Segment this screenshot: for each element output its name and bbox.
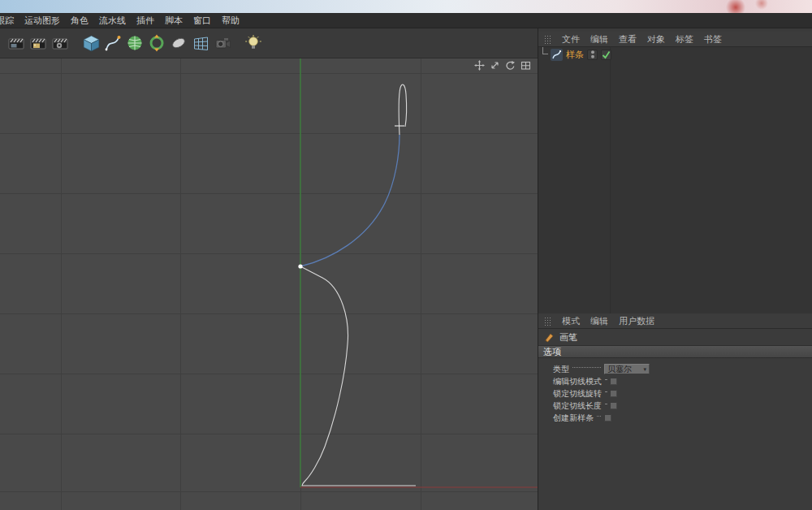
render-picture-viewer-icon[interactable]: [28, 32, 49, 54]
pen-tool-icon: [543, 331, 555, 343]
enabled-check-icon[interactable]: [601, 50, 611, 60]
toolbar: [0, 28, 538, 58]
viewport-canvas[interactable]: [0, 58, 538, 510]
spline-selected-segment[interactable]: [300, 135, 400, 266]
om-menu-objects[interactable]: 对象: [647, 33, 665, 45]
toggle-views-icon[interactable]: [520, 60, 531, 71]
om-column-divider: [610, 47, 611, 313]
menu-item-window[interactable]: 窗口: [193, 15, 211, 27]
om-menu-file[interactable]: 文件: [562, 33, 580, 45]
object-manager-menubar: 文件 编辑 查看 对象 标签 书签: [538, 32, 812, 47]
pan-icon[interactable]: [474, 60, 485, 71]
edit-tangent-mode-checkbox[interactable]: [610, 378, 617, 385]
options-section-header[interactable]: 选项: [538, 345, 812, 358]
attr-row-create-new-spline: 创建新样条: [538, 412, 812, 424]
hierarchy-connector: [542, 47, 548, 54]
attribute-manager-menubar: 模式 编辑 用户数据: [538, 313, 812, 329]
menu-item-character[interactable]: 角色: [71, 15, 89, 27]
menu-item-mograph[interactable]: 运动图形: [24, 15, 60, 27]
om-menu-bookmarks[interactable]: 书签: [704, 33, 722, 45]
menu-item-script[interactable]: 脚本: [165, 15, 183, 27]
c4d-window: 跟踪 运动图形 角色 流水线 插件 脚本 窗口 帮助: [0, 0, 812, 510]
spline-point[interactable]: [298, 264, 302, 268]
spline-pen-icon[interactable]: [102, 32, 123, 54]
menu-item-plugins[interactable]: 插件: [136, 15, 154, 27]
object-manager[interactable]: 样条: [538, 47, 812, 313]
dot-leader: [605, 404, 607, 404]
create-new-spline-label: 创建新样条: [553, 413, 594, 424]
type-label: 类型: [553, 364, 569, 375]
desktop-wallpaper: [0, 0, 812, 13]
dot-leader: [605, 379, 607, 380]
cube-primitive-icon[interactable]: [80, 32, 102, 54]
type-select-value: 贝塞尔: [607, 364, 632, 375]
light-icon[interactable]: [243, 32, 264, 54]
lock-tangent-rotation-label: 锁定切线旋转: [553, 388, 602, 400]
lock-tangent-length-checkbox[interactable]: [610, 402, 617, 409]
om-menu-tags[interactable]: 标签: [676, 33, 693, 45]
rotate-icon[interactable]: [505, 60, 516, 71]
render-view-icon[interactable]: [6, 32, 27, 54]
am-menu-userdata[interactable]: 用户数据: [619, 315, 654, 327]
om-menu-edit[interactable]: 编辑: [590, 33, 608, 45]
attr-row-lock-tangent-rotation: 锁定切线旋转: [538, 387, 812, 400]
spline-rim-path[interactable]: [399, 84, 407, 135]
lock-tangent-rotation-checkbox[interactable]: [610, 390, 617, 397]
viewport-grid: [0, 58, 538, 510]
am-menu-edit[interactable]: 编辑: [590, 315, 608, 327]
attr-row-lock-tangent-length: 锁定切线长度: [538, 400, 812, 412]
panel-grip-icon[interactable]: [544, 317, 551, 326]
right-panel: 文件 编辑 查看 对象 标签 书签 样条: [538, 28, 812, 510]
create-new-spline-checkbox[interactable]: [604, 414, 611, 421]
dot-leader: [572, 367, 601, 368]
subdivision-surface-icon[interactable]: [124, 32, 145, 54]
visibility-toggle-icon[interactable]: [587, 50, 598, 60]
camera-icon[interactable]: [212, 32, 233, 54]
left-column: [0, 28, 538, 510]
menu-item-help[interactable]: 帮助: [222, 15, 240, 27]
freehand-spline-icon[interactable]: [168, 32, 189, 54]
array-grid-icon[interactable]: [190, 32, 211, 54]
viewport-nav: [474, 60, 531, 71]
active-tool-label: 画笔: [559, 331, 577, 344]
render-settings-icon[interactable]: [50, 32, 71, 54]
scale-icon[interactable]: [490, 60, 500, 71]
spline-path[interactable]: [300, 266, 416, 486]
menubar: 跟踪 运动图形 角色 流水线 插件 脚本 窗口 帮助: [0, 13, 812, 28]
active-tool-row: 画笔: [538, 329, 812, 345]
panel-grip-icon[interactable]: [544, 35, 551, 44]
am-menu-mode[interactable]: 模式: [562, 315, 580, 327]
attr-row-type: 类型 贝塞尔 ▾: [538, 363, 812, 375]
edit-tangent-mode-label: 编辑切线模式: [553, 376, 602, 387]
dot-leader: [597, 416, 601, 417]
viewport[interactable]: [0, 58, 538, 510]
om-menu-view[interactable]: 查看: [619, 33, 637, 45]
modeling-tools-icon[interactable]: [146, 32, 167, 54]
object-row-spline[interactable]: 样条: [538, 47, 812, 62]
menu-item-pipeline[interactable]: 流水线: [99, 15, 126, 27]
type-select[interactable]: 贝塞尔 ▾: [604, 364, 650, 374]
chevron-down-icon: ▾: [643, 366, 646, 373]
attr-row-edit-tangent-mode: 编辑切线模式: [538, 375, 812, 387]
attribute-rows: 类型 贝塞尔 ▾ 编辑切线模式 锁定切线旋转 锁定: [538, 358, 812, 510]
spline-object-icon[interactable]: [551, 49, 563, 61]
menu-item-tracking[interactable]: 跟踪: [0, 15, 14, 27]
lock-tangent-length-label: 锁定切线长度: [553, 400, 602, 412]
dot-leader: [605, 391, 607, 392]
object-label[interactable]: 样条: [566, 49, 584, 61]
